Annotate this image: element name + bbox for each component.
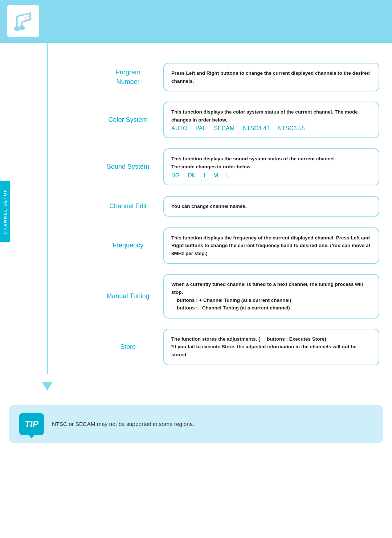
gap3 bbox=[94, 189, 381, 192]
top-spacer bbox=[94, 48, 381, 59]
program-number-text: Press Left and Right buttons to change t… bbox=[171, 69, 371, 85]
manual-tuning-text: When a currently tuned channel is tuned … bbox=[171, 280, 371, 312]
frequency-label: Frequency bbox=[94, 224, 162, 268]
page: CHANNEL SETUP ProgramNumber Press Left a… bbox=[0, 0, 392, 538]
table-row: Store The function stores the adjustment… bbox=[94, 325, 381, 369]
color-system-box: This function displays the color system … bbox=[163, 102, 379, 138]
table-row: ProgramNumber Press Left and Right butto… bbox=[94, 59, 381, 95]
channel-setup-tab: CHANNEL SETUP bbox=[0, 181, 10, 242]
frequency-content: This function displays the frequency of … bbox=[162, 224, 381, 268]
tip-badge-label: TIP bbox=[25, 419, 38, 429]
tip-badge: TIP bbox=[19, 413, 44, 435]
vertical-line bbox=[47, 43, 48, 374]
color-system-label: Color System bbox=[94, 98, 162, 142]
bottom-spacer bbox=[94, 369, 381, 389]
channel-edit-text: You can change channel names. bbox=[171, 202, 371, 210]
gap6 bbox=[94, 322, 381, 325]
table-row: Manual Tuning When a currently tuned cha… bbox=[94, 270, 381, 322]
manual-tuning-label: Manual Tuning bbox=[94, 270, 162, 322]
sound-system-text: This function displays the sound system … bbox=[171, 155, 371, 171]
store-box: The function stores the adjustments. ( b… bbox=[163, 329, 379, 365]
svg-point-2 bbox=[14, 26, 20, 31]
code-bg: BG bbox=[171, 172, 180, 179]
channel-edit-box: You can change channel names. bbox=[163, 196, 379, 217]
sound-system-content: This function displays the sound system … bbox=[162, 145, 381, 189]
color-system-text: This function displays the color system … bbox=[171, 108, 371, 124]
table-row: Channel Edit You can change channel name… bbox=[94, 192, 381, 221]
channel-edit-content: You can change channel names. bbox=[162, 192, 381, 221]
code-auto: AUTO bbox=[171, 125, 187, 132]
color-system-codes: AUTO PAL SECAM NTSC4.43 NTSC3.58 bbox=[171, 125, 371, 132]
gap1 bbox=[94, 95, 381, 98]
code-secam: SECAM bbox=[214, 125, 234, 132]
body-area: CHANNEL SETUP ProgramNumber Press Left a… bbox=[0, 43, 392, 394]
code-pal: PAL bbox=[195, 125, 206, 132]
svg-point-3 bbox=[19, 25, 25, 30]
code-ntsc358: NTSC3.58 bbox=[278, 125, 305, 132]
sound-system-codes: BG DK I M L bbox=[171, 172, 371, 179]
table-row: Sound System This function displays the … bbox=[94, 145, 381, 189]
sound-system-label: Sound System bbox=[94, 145, 162, 189]
code-m: M bbox=[213, 172, 218, 179]
center-line-area bbox=[0, 43, 94, 394]
tip-section: TIP NTSC or SECAM may not be supported i… bbox=[9, 405, 383, 443]
store-text: The function stores the adjustments. ( b… bbox=[171, 335, 371, 359]
table-row: Color System This function displays the … bbox=[94, 98, 381, 142]
channel-edit-label: Channel Edit bbox=[94, 192, 162, 221]
store-content: The function stores the adjustments. ( b… bbox=[162, 325, 381, 369]
code-l: L bbox=[226, 172, 229, 179]
tip-text: NTSC or SECAM may not be supported in so… bbox=[52, 421, 194, 427]
color-system-content: This function displays the color system … bbox=[162, 98, 381, 142]
program-number-box: Press Left and Right buttons to change t… bbox=[163, 63, 379, 91]
rows-area: ProgramNumber Press Left and Right butto… bbox=[94, 43, 392, 394]
logo-container bbox=[7, 5, 39, 37]
store-label: Store bbox=[94, 325, 162, 369]
tip-pointer-icon bbox=[28, 434, 35, 439]
sound-system-box: This function displays the sound system … bbox=[163, 148, 379, 185]
down-arrow-icon bbox=[42, 382, 53, 391]
code-i: I bbox=[204, 172, 205, 179]
gap5 bbox=[94, 267, 381, 270]
frequency-text: This function displays the frequency of … bbox=[171, 234, 371, 258]
program-number-content: Press Left and Right buttons to change t… bbox=[162, 59, 381, 95]
channel-tab-label: CHANNEL SETUP bbox=[3, 189, 7, 234]
program-number-label: ProgramNumber bbox=[94, 59, 162, 95]
gap4 bbox=[94, 221, 381, 224]
table-row: Frequency This function displays the fre… bbox=[94, 224, 381, 268]
gap2 bbox=[94, 142, 381, 145]
manual-tuning-content: When a currently tuned channel is tuned … bbox=[162, 270, 381, 322]
code-dk: DK bbox=[188, 172, 196, 179]
logo-icon bbox=[9, 7, 38, 36]
code-ntsc443: NTSC4.43 bbox=[242, 125, 270, 132]
header bbox=[0, 0, 392, 43]
manual-tuning-box: When a currently tuned channel is tuned … bbox=[163, 274, 379, 318]
frequency-box: This function displays the frequency of … bbox=[163, 227, 379, 264]
